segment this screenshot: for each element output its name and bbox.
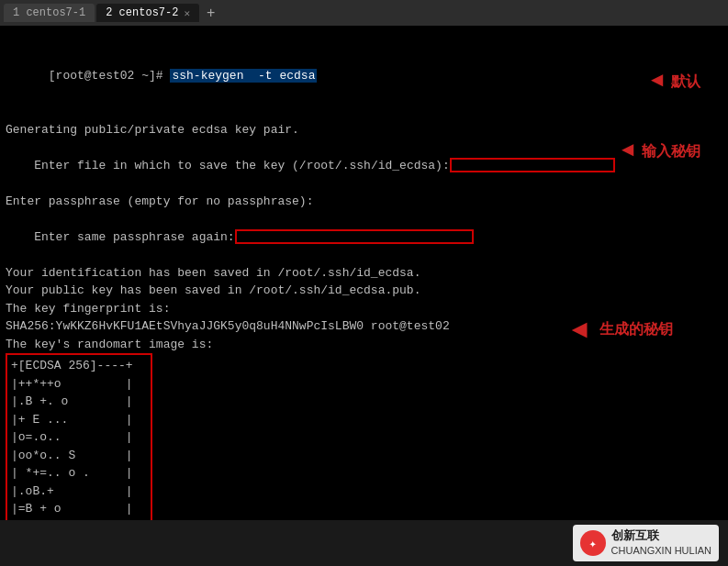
cmd-line: [root@test02 ~]# ssh-keygen -t ecdsa	[6, 31, 722, 121]
art-line-3: |+ E ... |	[11, 411, 147, 429]
art-line-7: |.oB.+ |	[11, 483, 147, 501]
tab-bar: 1 centos7-1 2 centos7-2 ✕ +	[0, 0, 728, 26]
watermark-icon: ✦	[580, 530, 606, 556]
line-generating: Generating public/private ecdsa key pair…	[6, 121, 722, 139]
generated-secret-label: 生成的秘钥	[599, 318, 673, 340]
passphrase-input-box	[235, 229, 474, 244]
tab-1-label: 1 centos7-1	[13, 6, 85, 19]
cmd-highlight: ssh-keygen -t ecdsa	[170, 69, 317, 83]
default-label: 默认	[671, 73, 700, 89]
tab-1[interactable]: 1 centos7-1	[4, 4, 95, 22]
line-passphrase-again: Enter same passphrase again:	[6, 210, 722, 264]
art-line-8: |=B + o |	[11, 500, 147, 518]
arrow-generated-secret-icon: ◄	[566, 310, 592, 349]
line-enter-file: Enter file in which to save the key (/ro…	[6, 139, 722, 193]
art-box: +[ECDSA 256]----+ |++*++o | |.B +. o | |…	[6, 353, 152, 520]
art-line-1: |++*++o |	[11, 375, 147, 394]
watermark-line2: CHUANGXIN HULIAN	[611, 544, 711, 557]
art-header: +[ECDSA 256]----+	[11, 357, 147, 375]
terminal-area: [root@test02 ~]# ssh-keygen -t ecdsa Gen…	[0, 26, 728, 520]
watermark-icon-text: ✦	[588, 536, 596, 551]
new-tab-button[interactable]: +	[201, 0, 220, 26]
arrow-default: ◄	[647, 64, 667, 94]
annotation-input-secret: ◄ 输入秘钥	[618, 134, 700, 164]
file-input-box	[450, 158, 615, 172]
tab-2-label: 2 centos7-2	[106, 6, 178, 19]
art-line-5: |oo*o.. S |	[11, 447, 147, 465]
line-id-saved: Your identification has been saved in /r…	[6, 264, 722, 283]
input-secret-label: 输入秘钥	[642, 143, 700, 159]
tab-2-close[interactable]: ✕	[184, 7, 190, 19]
watermark: ✦ 创新互联 CHUANGXIN HULIAN	[573, 525, 719, 560]
art-line-6: | *+=.. o . |	[11, 464, 147, 483]
line-passphrase: Enter passphrase (empty for no passphras…	[6, 193, 722, 211]
annotation-default: ◄ 默认	[647, 64, 700, 94]
art-line-4: |o=.o.. |	[11, 428, 147, 447]
annotation-generated-secret: ◄ 生成的秘钥	[566, 310, 673, 349]
tab-2[interactable]: 2 centos7-2 ✕	[96, 4, 199, 22]
watermark-text: 创新互联 CHUANGXIN HULIAN	[611, 528, 711, 557]
arrow-input-secret: ◄	[618, 134, 638, 164]
art-line-2: |.B +. o |	[11, 393, 147, 411]
watermark-line1: 创新互联	[611, 528, 711, 544]
line-pubkey-saved: Your public key has been saved in /root/…	[6, 282, 722, 300]
cmd-text: [root@test02 ~]# ssh-keygen -t ecdsa	[6, 69, 317, 101]
bottom-bar: ✦ 创新互联 CHUANGXIN HULIAN	[0, 520, 728, 566]
